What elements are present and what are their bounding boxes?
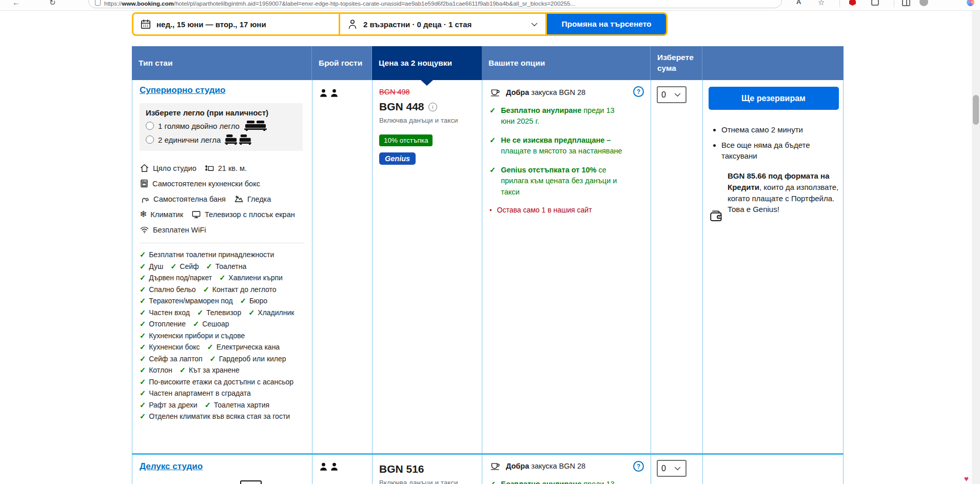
divider	[140, 243, 305, 243]
change-search-button[interactable]: Промяна на търсенето	[547, 14, 666, 34]
guests-cell	[312, 455, 373, 484]
radio-button[interactable]	[146, 122, 154, 130]
check-icon: ✓	[140, 366, 146, 374]
check-icon: ✓	[140, 401, 146, 409]
amenity-item: ✓Тоалетна хартия	[205, 401, 269, 409]
check-icon: ✓	[210, 355, 216, 363]
check-icon: ✓	[248, 308, 254, 317]
reload-icon[interactable]: ↻	[49, 0, 56, 7]
fact-item: Самостоятелен кухненски бокс	[140, 179, 260, 188]
check-icon: ✓	[219, 274, 225, 282]
reserve-button[interactable]: Ще резервирам	[709, 87, 839, 110]
quantity-select[interactable]: 0	[657, 86, 687, 103]
header-guest-count: Брой гости	[312, 46, 372, 80]
amenity-line: ✓Душ✓Сейф✓Тоалетна	[140, 262, 305, 270]
fact-item: Телевизор с плосък екран	[191, 209, 295, 219]
fact-line: Цяло студио21 кв. м.	[140, 163, 305, 173]
bed-option[interactable]: 2 единични легла	[146, 134, 297, 145]
bed-choice-box: Изберете легло (при наличност) 1 голямо …	[140, 103, 303, 151]
current-price: BGN 516	[379, 463, 424, 475]
url-text: https://www.booking.com/hotel/pl/apartho…	[104, 1, 575, 7]
toolbar-divider	[839, 0, 840, 7]
amenity-line: ✓Отопление✓Сешоар	[140, 320, 305, 328]
amenity-item: ✓Теракотен/мраморен под	[140, 297, 233, 305]
check-icon: ✓	[489, 165, 496, 198]
toolbar-divider	[894, 0, 894, 7]
info-icon[interactable]: i	[428, 103, 437, 111]
amenity-line: ✓Спално бельо✓Контакт до леглото	[140, 285, 305, 294]
home-icon	[140, 163, 149, 173]
check-icon: ✓	[140, 274, 146, 282]
taxes-note: Включва данъци и такси	[379, 117, 475, 124]
check-icon: ✓	[203, 285, 209, 294]
amenity-item: ✓Електрическа кана	[207, 343, 280, 351]
heart-icon[interactable]: ♥	[964, 474, 969, 483]
vertical-scrollbar[interactable]	[972, 10, 980, 484]
bed-option[interactable]: 1 голямо двойно легло	[146, 121, 297, 131]
price-cell: BGN 498 BGN 448 i Включва данъци и такси…	[373, 80, 482, 453]
amenity-item: ✓Сейф за лаптоп	[140, 355, 203, 363]
wallet-icon	[709, 209, 724, 223]
quantity-cell: 0	[651, 455, 703, 484]
dates-field[interactable]: нед., 15 юни — втор., 17 юни	[133, 14, 339, 34]
amenity-item: ✓Дървен под/паркет	[140, 274, 212, 282]
check-icon: ✓	[140, 355, 146, 363]
check-icon: ✓	[197, 308, 203, 317]
amenity-item: ✓Отопление	[140, 320, 186, 328]
page-icon	[95, 0, 101, 6]
split-screen-icon[interactable]	[902, 0, 910, 6]
guest-person-icon	[329, 88, 339, 98]
fact-item: Цяло студио	[140, 163, 197, 173]
help-question-icon[interactable]: ?	[633, 461, 644, 472]
occupancy-value: 2 възрастни · 0 деца · 1 стая	[363, 20, 472, 29]
header-price: Цена за 2 нощувки	[372, 46, 482, 80]
room-type-cell: Делукс студио	[132, 455, 312, 484]
reserve-panel	[703, 455, 844, 484]
amenity-item: ✓Сешоар	[193, 320, 229, 328]
extension-icon-red[interactable]	[849, 0, 856, 6]
help-question-icon[interactable]: ?	[633, 86, 644, 97]
text-size-icon[interactable]: A	[796, 0, 801, 6]
amenity-item: ✓Рафт за дрехи	[140, 401, 198, 409]
guests-cell	[312, 80, 373, 453]
bullet-icon: •	[489, 206, 492, 214]
fact-item: ❄Климатик	[140, 210, 183, 219]
back-icon[interactable]: ←	[12, 0, 20, 7]
scarcity-note: • Остава само 1 в нашия сайт	[489, 206, 643, 214]
fact-line: ❄КлиматикТелевизор с плосък екран	[140, 209, 305, 219]
amenity-line: ✓Кухненски бокс✓Електрическа кана	[140, 343, 305, 351]
current-price: BGN 448	[379, 101, 424, 113]
scrollbar-thumb[interactable]	[973, 95, 979, 125]
quantity-select[interactable]: 0	[657, 460, 687, 477]
view-icon	[234, 194, 244, 204]
room-facts: Цяло студио21 кв. м.Самостоятелен кухнен…	[140, 163, 305, 235]
profile-avatar[interactable]	[919, 0, 928, 6]
check-icon: ✓	[140, 250, 146, 259]
header-your-options: Вашите опции	[482, 46, 651, 80]
radio-button[interactable]	[146, 135, 154, 144]
address-bar[interactable]: https://www.booking.com/hotel/pl/apartho…	[88, 0, 782, 8]
check-icon: ✓	[206, 262, 212, 270]
genius-badge: Genius	[379, 152, 416, 165]
copilot-icon[interactable]	[967, 0, 974, 6]
chevron-down-icon	[673, 464, 682, 473]
extension-icon[interactable]	[871, 0, 879, 6]
bed-twin-icon	[225, 134, 251, 145]
fact-line: Безплатен WiFi	[140, 225, 305, 235]
taxes-note: Включва данъци и такси	[379, 479, 475, 484]
options-cell: Добра закуска BGN 28 ? ✓Безплатно анулир…	[482, 455, 651, 484]
coffee-cup-icon	[489, 87, 501, 98]
check-icon: ✓	[180, 366, 186, 374]
room-name-link[interactable]: Делукс студио	[140, 461, 203, 472]
amenity-item: ✓Кът за хранене	[180, 366, 240, 374]
check-icon: ✓	[140, 332, 146, 340]
amenity-item: ✓Бюро	[240, 297, 267, 305]
favorites-star-icon[interactable]: ☆	[818, 0, 825, 7]
search-bar: нед., 15 юни — втор., 17 юни 2 възрастни…	[132, 12, 668, 36]
calendar-icon	[140, 18, 151, 30]
header-room-type: Тип стаи	[132, 46, 312, 80]
amenity-line: ✓Дървен под/паркет✓Хавлиени кърпи	[140, 274, 305, 282]
check-icon: ✓	[240, 297, 246, 305]
room-name-link[interactable]: Супериорно студио	[140, 85, 225, 95]
occupancy-field[interactable]: 2 възрастни · 0 деца · 1 стая	[340, 14, 545, 34]
